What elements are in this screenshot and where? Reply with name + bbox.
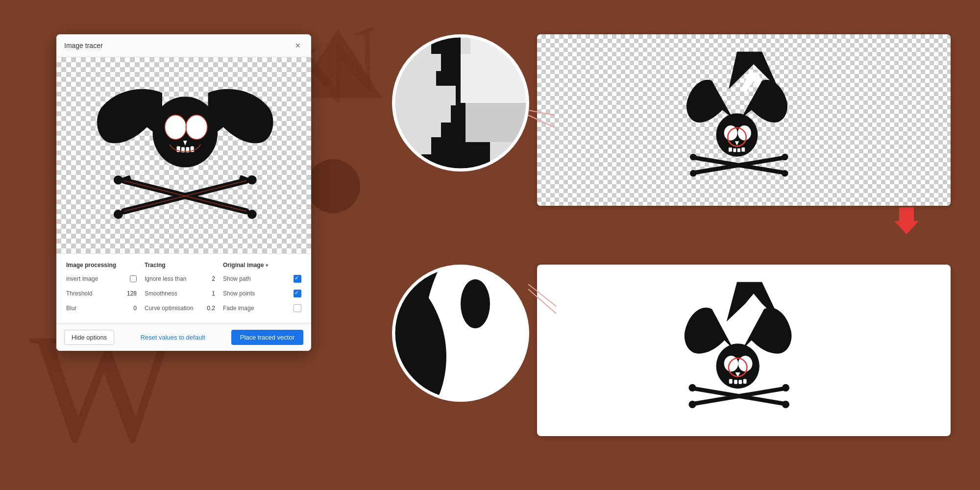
dialog-footer: Hide options Reset values to default Pla…: [56, 323, 311, 351]
svg-point-82: [782, 384, 789, 392]
svg-point-60: [782, 154, 788, 161]
bottom-image-panel: [537, 265, 951, 436]
curve-optimisation-value: 0.2: [207, 305, 215, 312]
dialog-title: Image tracer: [64, 42, 103, 49]
svg-marker-62: [894, 207, 919, 234]
down-arrow-icon: [892, 207, 921, 234]
header-dropdown-arrow[interactable]: ▾: [266, 263, 268, 268]
curve-optimisation-label: Curve optimisation: [145, 305, 193, 312]
bottom-zoom-circle: [392, 265, 529, 402]
ignore-less-than-row: Ignore less than 2: [145, 273, 215, 284]
top-panel-svg: [537, 34, 951, 206]
top-row: [392, 34, 951, 206]
svg-rect-75: [738, 380, 742, 384]
tracing-header: Tracing: [145, 262, 215, 269]
show-points-label: Show points: [223, 290, 255, 297]
svg-rect-74: [734, 380, 737, 384]
options-section: Image processing invert image Threshold …: [56, 253, 311, 323]
svg-point-81: [688, 401, 696, 408]
invert-image-label: invert image: [66, 275, 98, 282]
bottom-panel-svg: [537, 265, 951, 436]
preview-image: [56, 57, 311, 253]
show-path-checkbox[interactable]: [294, 275, 301, 283]
place-traced-vector-button[interactable]: Place traced vector: [231, 330, 303, 345]
hide-options-button[interactable]: Hide options: [64, 330, 114, 345]
blur-row: Blur 0: [66, 303, 137, 314]
top-zoom-circle: [392, 34, 529, 172]
svg-rect-76: [743, 379, 747, 384]
original-image-column: Original image ▾ Show path Show points F…: [223, 262, 301, 318]
ignore-less-than-value: 2: [212, 275, 215, 282]
threshold-value: 128: [127, 290, 137, 297]
curve-optimisation-row: Curve optimisation 0.2: [145, 303, 215, 314]
arrow-container: [392, 206, 951, 235]
reset-button[interactable]: Reset values to default: [140, 334, 205, 341]
fade-image-checkbox[interactable]: [294, 304, 301, 312]
blur-label: Blur: [66, 305, 76, 312]
top-zoom-svg: [392, 34, 529, 172]
image-preview: [56, 57, 311, 253]
image-processing-column: Image processing invert image Threshold …: [66, 262, 145, 318]
threshold-row: Threshold 128: [66, 288, 137, 299]
dialog-header: Image tracer ×: [56, 34, 311, 57]
svg-point-4: [306, 159, 360, 213]
svg-point-59: [690, 170, 697, 177]
close-button[interactable]: ×: [292, 40, 303, 51]
svg-rect-54: [741, 147, 745, 152]
svg-rect-73: [729, 379, 733, 384]
invert-image-checkbox[interactable]: [130, 275, 137, 282]
svg-point-61: [782, 170, 788, 177]
blur-value: 0: [133, 305, 137, 312]
svg-point-22: [114, 175, 123, 185]
show-path-row: Show path: [223, 273, 301, 284]
bottom-zoom-svg: [392, 265, 529, 402]
bottom-row: [392, 265, 951, 436]
svg-point-80: [688, 384, 696, 392]
fade-image-row: Fade image: [223, 303, 301, 314]
svg-point-58: [690, 154, 697, 161]
invert-image-row: invert image: [66, 273, 137, 284]
threshold-label: Threshold: [66, 290, 92, 297]
right-panel: [392, 34, 951, 461]
ignore-less-than-label: Ignore less than: [145, 275, 186, 282]
svg-point-23: [114, 210, 123, 219]
image-tracer-dialog: Image tracer ×: [56, 34, 311, 351]
svg-point-83: [782, 401, 789, 408]
show-points-row: Show points: [223, 288, 301, 299]
original-image-header: Original image ▾: [223, 262, 301, 269]
svg-point-66: [461, 279, 490, 328]
smoothness-row: Smoothness 1: [145, 288, 215, 299]
svg-point-24: [247, 175, 257, 185]
smoothness-value: 1: [212, 290, 215, 297]
svg-point-25: [247, 210, 257, 219]
svg-rect-52: [733, 148, 736, 152]
show-path-label: Show path: [223, 275, 251, 282]
svg-rect-51: [729, 147, 732, 152]
show-points-checkbox[interactable]: [294, 290, 301, 297]
svg-rect-42: [461, 54, 529, 103]
smoothness-label: Smoothness: [145, 290, 177, 297]
top-image-panel: [537, 34, 951, 206]
tracing-column: Tracing Ignore less than 2 Smoothness 1 …: [145, 262, 223, 318]
svg-rect-53: [737, 148, 740, 152]
fade-image-label: Fade image: [223, 305, 254, 312]
image-processing-header: Image processing: [66, 262, 137, 269]
